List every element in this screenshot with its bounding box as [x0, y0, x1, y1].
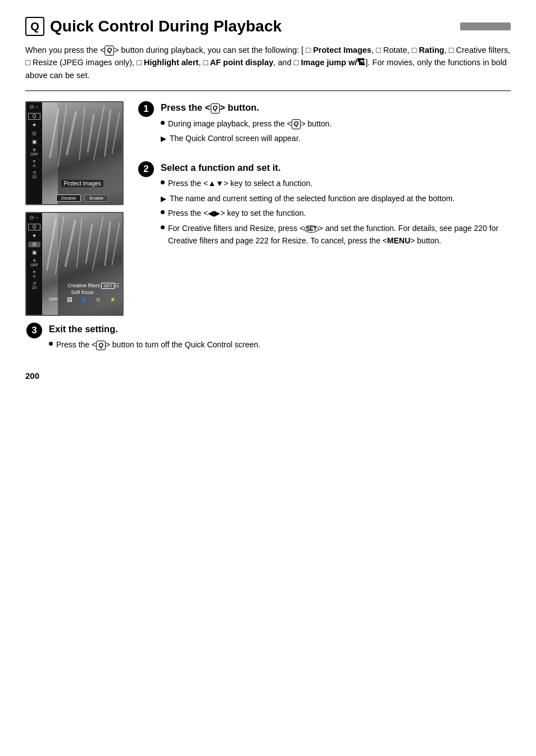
- cam2-bottom-icon4: ⚡: [110, 297, 116, 302]
- step-1-bullet-1: During image playback, press the <Q> but…: [161, 118, 511, 130]
- cam2-icon-7: ≋⊙: [28, 270, 40, 278]
- step-3-bullet-1: Press the <Q> button to turn off the Qui…: [49, 339, 511, 351]
- step-2-content: Select a function and set it. Press the …: [161, 161, 511, 250]
- cam2-icon-1: O→: [28, 215, 40, 221]
- cam1-icon-3: ★: [28, 123, 40, 128]
- camera-images-column: O→ Q ★ ◎ ▣ ⚙OFF ≋⊙ ⏱10 Protect images Di…: [25, 101, 124, 316]
- step-3-content: Exit the setting. Press the <Q> button t…: [49, 323, 511, 354]
- camera-2-sidebar: O→ Q ★ ◎ ▣ ⚙OFF ≋⊙ ⏱10: [26, 213, 42, 316]
- cam2-icon-3: ★: [28, 233, 40, 239]
- protect-images-label: Protect images: [61, 180, 103, 187]
- step-1-bullet-1-text: During image playback, press the <Q> but…: [168, 118, 511, 130]
- camera-2-overlay: Creative filters SET☷ Soft focus OFF 🖼 👤…: [42, 283, 122, 302]
- cam1-icon-4: ◎: [28, 131, 40, 137]
- camera-1-overlay-label: Protect images: [42, 180, 122, 188]
- step-3-bullet-1-text: Press the <Q> button to turn off the Qui…: [56, 339, 511, 351]
- waterfall-image-1: [42, 102, 124, 205]
- cam1-icon-6: ⚙OFF: [28, 148, 40, 156]
- bullet-dot-2-4: [161, 225, 165, 229]
- bullet-dot-2-1: [161, 180, 165, 184]
- step-2-row: 2 Select a function and set it. Press th…: [137, 161, 511, 250]
- cam2-icon-6: ⚙OFF: [28, 259, 40, 267]
- step-2-bullet-2-text: The name and current setting of the sele…: [170, 193, 511, 205]
- camera-1-buttons: Disable Enable: [42, 194, 122, 202]
- intro-paragraph: When you press the <Q> button during pla…: [25, 44, 511, 82]
- cam2-bottom-icon2: 👤: [81, 297, 87, 302]
- steps-area: O→ Q ★ ◎ ▣ ⚙OFF ≋⊙ ⏱10 Protect images Di…: [25, 101, 511, 354]
- cam2-bottom-off: OFF: [49, 297, 58, 302]
- step-1-bullet-2: ▶ The Quick Control screen will appear.: [161, 133, 511, 145]
- set-badge: SET: [101, 283, 115, 289]
- cam2-icon-2: Q: [28, 224, 40, 230]
- step-2-number: 2: [138, 161, 154, 177]
- cam1-icon-2: Q: [28, 113, 40, 120]
- camera-screen-1: O→ Q ★ ◎ ▣ ⚙OFF ≋⊙ ⏱10 Protect images Di…: [25, 101, 124, 205]
- steps-1-2-layout: O→ Q ★ ◎ ▣ ⚙OFF ≋⊙ ⏱10 Protect images Di…: [25, 101, 511, 316]
- bullet-arrow-2-2: ▶: [161, 193, 166, 205]
- cam1-icon-7: ≋⊙: [28, 159, 40, 168]
- step-1-content: Press the <Q> button. During image playb…: [161, 101, 511, 148]
- page-title: Quick Control During Playback: [50, 17, 453, 35]
- enable-btn: Enable: [84, 194, 108, 202]
- page-number: 200: [25, 371, 511, 381]
- step-2-number-col: 2: [137, 161, 155, 177]
- bullet-dot-3-1: [49, 342, 53, 346]
- bullet-dot-2-3: [161, 210, 165, 214]
- cam2-bottom-icon3: ⊙: [96, 297, 101, 302]
- step-2-bullet-1: Press the <▲▼> key to select a function.: [161, 178, 511, 190]
- step-1-number: 1: [138, 101, 154, 117]
- camera-screen-2: O→ Q ★ ◎ ▣ ⚙OFF ≋⊙ ⏱10 Creative filters …: [25, 212, 124, 316]
- camera-1-sidebar: O→ Q ★ ◎ ▣ ⚙OFF ≋⊙ ⏱10: [26, 102, 42, 205]
- step-2-bullet-1-text: Press the <▲▼> key to select a function.: [168, 178, 511, 190]
- creative-filters-label: Creative filters SET☷: [42, 283, 122, 288]
- disable-btn: Disable: [56, 194, 81, 202]
- step-2-body: Press the <▲▼> key to select a function.…: [161, 178, 511, 247]
- step-2-bullet-4: For Creative filters and Resize, press <…: [161, 223, 511, 247]
- step-3-number: 3: [26, 323, 42, 338]
- cam2-icon-4: ◎: [28, 242, 40, 247]
- title-bar-accent: [460, 22, 511, 30]
- step-1-body: During image playback, press the <Q> but…: [161, 118, 511, 145]
- cam2-icon-5: ▣: [28, 250, 40, 256]
- step-2-bullet-2: ▶ The name and current setting of the se…: [161, 193, 511, 205]
- cam1-icon-8: ⏱10: [28, 171, 40, 179]
- cam1-icon-5: ▣: [28, 139, 40, 145]
- step-1-title: Press the <Q> button.: [161, 102, 511, 113]
- step-3-body: Press the <Q> button to turn off the Qui…: [49, 339, 511, 351]
- steps-1-2-content: 1 Press the <Q> button. During image pla…: [137, 101, 511, 250]
- step-2-title: Select a function and set it.: [161, 162, 511, 173]
- step-1-number-col: 1: [137, 101, 155, 117]
- step-2-bullet-3: Press the <◀▶> key to set the function.: [161, 207, 511, 220]
- camera-2-icon-row: OFF 🖼 👤 ⊙ ⚡: [42, 297, 122, 302]
- step-2-bullet-3-text: Press the <◀▶> key to set the function.: [168, 207, 511, 220]
- cam1-icon-1: O→: [28, 105, 40, 110]
- bullet-dot-1-1: [161, 121, 165, 125]
- step-1-row: 1 Press the <Q> button. During image pla…: [137, 101, 511, 148]
- section-divider: [25, 90, 511, 91]
- step-2-bullet-4-text: For Creative filters and Resize, press <…: [168, 223, 511, 247]
- step-3-number-col: 3: [25, 323, 43, 338]
- cam2-icon-8: ⏱10: [28, 282, 40, 290]
- soft-focus-label: Soft focus: [42, 289, 122, 295]
- page-title-area: Q Quick Control During Playback: [25, 17, 511, 36]
- step-3-row: 3 Exit the setting. Press the <Q> button…: [25, 323, 511, 354]
- step-3-title: Exit the setting.: [49, 324, 511, 334]
- step-1-bullet-2-text: The Quick Control screen will appear.: [170, 133, 511, 145]
- bullet-arrow-1-2: ▶: [161, 133, 166, 144]
- cam2-bottom-icon1: 🖼: [67, 297, 72, 302]
- title-icon: Q: [25, 17, 44, 36]
